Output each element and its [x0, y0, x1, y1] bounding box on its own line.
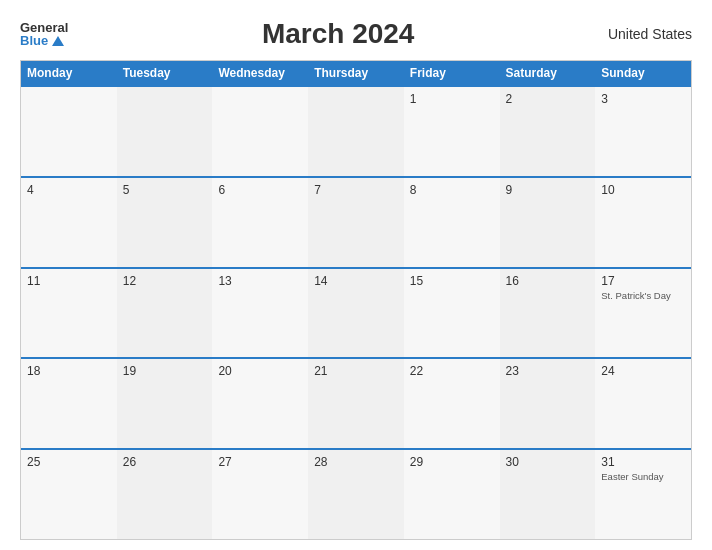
day-cell: 6	[212, 178, 308, 267]
day-header-thursday: Thursday	[308, 61, 404, 85]
day-cell: 14	[308, 269, 404, 358]
logo-blue-row: Blue	[20, 34, 68, 47]
day-cell	[308, 87, 404, 176]
day-number: 2	[506, 92, 590, 106]
day-cell	[212, 87, 308, 176]
day-cell: 24	[595, 359, 691, 448]
day-cell: 27	[212, 450, 308, 539]
day-number: 17	[601, 274, 685, 288]
day-cell: 29	[404, 450, 500, 539]
day-cell: 30	[500, 450, 596, 539]
calendar-title: March 2024	[68, 18, 608, 50]
day-header-monday: Monday	[21, 61, 117, 85]
day-number: 6	[218, 183, 302, 197]
day-number: 10	[601, 183, 685, 197]
day-cell: 20	[212, 359, 308, 448]
day-number: 9	[506, 183, 590, 197]
day-number: 25	[27, 455, 111, 469]
day-cell: 25	[21, 450, 117, 539]
logo-triangle-icon	[52, 36, 64, 46]
day-number: 1	[410, 92, 494, 106]
day-number: 4	[27, 183, 111, 197]
day-number: 27	[218, 455, 302, 469]
day-number: 3	[601, 92, 685, 106]
day-number: 5	[123, 183, 207, 197]
day-number: 23	[506, 364, 590, 378]
day-cell: 18	[21, 359, 117, 448]
day-header-sunday: Sunday	[595, 61, 691, 85]
day-cell: 28	[308, 450, 404, 539]
day-cell: 5	[117, 178, 213, 267]
day-cell: 17St. Patrick's Day	[595, 269, 691, 358]
day-number: 21	[314, 364, 398, 378]
day-cell: 13	[212, 269, 308, 358]
weeks-container: 1234567891011121314151617St. Patrick's D…	[21, 85, 691, 539]
header: General Blue March 2024 United States	[20, 18, 692, 50]
day-number: 20	[218, 364, 302, 378]
day-number: 28	[314, 455, 398, 469]
day-number: 11	[27, 274, 111, 288]
day-cell: 3	[595, 87, 691, 176]
logo: General Blue	[20, 21, 68, 47]
logo-blue-text: Blue	[20, 34, 48, 47]
day-cell: 16	[500, 269, 596, 358]
calendar-grid: MondayTuesdayWednesdayThursdayFridaySatu…	[20, 60, 692, 540]
day-cell: 22	[404, 359, 500, 448]
calendar-page: General Blue March 2024 United States Mo…	[0, 0, 712, 550]
day-cell: 4	[21, 178, 117, 267]
day-cell: 31Easter Sunday	[595, 450, 691, 539]
day-cell	[21, 87, 117, 176]
day-number: 22	[410, 364, 494, 378]
week-row-5: 25262728293031Easter Sunday	[21, 448, 691, 539]
day-number: 18	[27, 364, 111, 378]
day-cell: 12	[117, 269, 213, 358]
day-header-saturday: Saturday	[500, 61, 596, 85]
day-number: 26	[123, 455, 207, 469]
day-number: 15	[410, 274, 494, 288]
region-label: United States	[608, 26, 692, 42]
day-cell: 23	[500, 359, 596, 448]
day-event-label: Easter Sunday	[601, 471, 685, 482]
day-number: 30	[506, 455, 590, 469]
day-headers-row: MondayTuesdayWednesdayThursdayFridaySatu…	[21, 61, 691, 85]
day-cell: 26	[117, 450, 213, 539]
day-cell: 9	[500, 178, 596, 267]
day-number: 29	[410, 455, 494, 469]
day-cell: 8	[404, 178, 500, 267]
day-number: 19	[123, 364, 207, 378]
day-header-friday: Friday	[404, 61, 500, 85]
day-cell: 15	[404, 269, 500, 358]
week-row-1: 123	[21, 85, 691, 176]
day-cell: 7	[308, 178, 404, 267]
day-cell: 21	[308, 359, 404, 448]
day-cell: 2	[500, 87, 596, 176]
day-cell: 11	[21, 269, 117, 358]
day-number: 31	[601, 455, 685, 469]
week-row-3: 11121314151617St. Patrick's Day	[21, 267, 691, 358]
day-cell: 10	[595, 178, 691, 267]
day-number: 16	[506, 274, 590, 288]
day-cell: 1	[404, 87, 500, 176]
day-number: 24	[601, 364, 685, 378]
day-number: 13	[218, 274, 302, 288]
day-header-tuesday: Tuesday	[117, 61, 213, 85]
day-number: 7	[314, 183, 398, 197]
day-header-wednesday: Wednesday	[212, 61, 308, 85]
day-number: 8	[410, 183, 494, 197]
day-number: 12	[123, 274, 207, 288]
day-event-label: St. Patrick's Day	[601, 290, 685, 301]
day-number: 14	[314, 274, 398, 288]
day-cell	[117, 87, 213, 176]
day-cell: 19	[117, 359, 213, 448]
week-row-2: 45678910	[21, 176, 691, 267]
week-row-4: 18192021222324	[21, 357, 691, 448]
